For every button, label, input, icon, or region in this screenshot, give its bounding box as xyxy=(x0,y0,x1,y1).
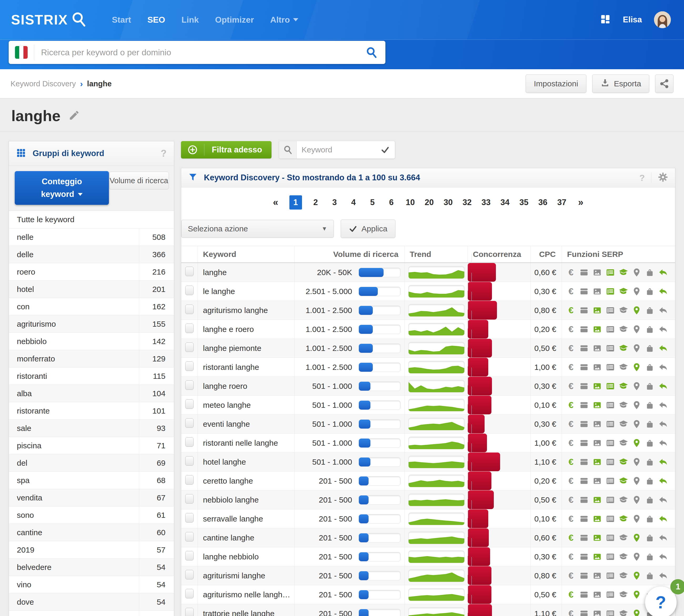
page-20[interactable]: 20 xyxy=(424,195,435,210)
row-checkbox[interactable] xyxy=(185,608,193,616)
sidebar-item-treno[interactable]: treno 53 xyxy=(9,611,174,616)
sidebar-item-dove[interactable]: dove 54 xyxy=(9,593,174,611)
keyword-cell[interactable]: agriturismo nelle langh… xyxy=(198,585,294,604)
row-checkbox[interactable] xyxy=(185,570,193,579)
page-4[interactable]: 4 xyxy=(348,195,359,210)
row-checkbox[interactable] xyxy=(185,324,193,333)
page-6[interactable]: 6 xyxy=(386,195,397,210)
check-icon[interactable] xyxy=(381,145,390,154)
keyword-cell[interactable]: agriturismo langhe xyxy=(198,301,294,320)
col-concorrenza[interactable]: Concorrenza xyxy=(468,246,530,263)
tab-volume-di-ricerca[interactable]: Volume di ricerca xyxy=(109,172,169,190)
share-button[interactable] xyxy=(655,74,674,93)
sidebar-item-spa[interactable]: spa 68 xyxy=(9,472,174,489)
row-checkbox[interactable] xyxy=(185,456,193,466)
keyword-cell[interactable]: ristoranti langhe xyxy=(198,358,294,377)
row-checkbox[interactable] xyxy=(185,343,193,352)
panel-help-icon[interactable]: ? xyxy=(161,148,166,159)
row-checkbox[interactable] xyxy=(185,380,193,390)
row-checkbox[interactable] xyxy=(185,437,193,447)
sidebar-item-del[interactable]: del 69 xyxy=(9,454,174,472)
col-funzioni-serp[interactable]: Funzioni SERP xyxy=(562,246,675,263)
keyword-cell[interactable]: meteo langhe xyxy=(198,396,294,415)
row-checkbox[interactable] xyxy=(185,305,193,314)
sidebar-item-monferrato[interactable]: monferrato 129 xyxy=(9,350,174,368)
col-volume[interactable]: Volume di ricerca xyxy=(294,246,404,263)
row-checkbox[interactable] xyxy=(185,551,193,560)
page-2[interactable]: 2 xyxy=(311,195,321,210)
page-32[interactable]: 32 xyxy=(462,195,473,210)
filter-now-button[interactable]: Filtra adesso xyxy=(181,141,272,158)
sidebar-item-delle[interactable]: delle 366 xyxy=(9,246,174,263)
keyword-cell[interactable]: langhe e roero xyxy=(198,320,294,339)
col-cpc[interactable]: CPC xyxy=(530,246,562,263)
col-trend[interactable]: Trend xyxy=(404,246,468,263)
breadcrumb-section[interactable]: Keyword Discovery xyxy=(10,80,76,88)
sidebar-item-piscina[interactable]: piscina 71 xyxy=(9,437,174,454)
row-checkbox[interactable] xyxy=(185,399,193,409)
sidebar-item-belvedere[interactable]: belvedere 54 xyxy=(9,558,174,576)
nav-item-altro[interactable]: Altro xyxy=(270,15,298,25)
sistrix-logo[interactable]: SISTRIX xyxy=(11,11,87,28)
sidebar-item-roero[interactable]: roero 216 xyxy=(9,263,174,281)
keyword-cell[interactable]: eventi langhe xyxy=(198,415,294,434)
apply-button[interactable]: Applica xyxy=(341,220,395,238)
action-select[interactable]: Seleziona azione ▼ xyxy=(181,220,334,238)
row-checkbox[interactable] xyxy=(185,494,193,504)
keyword-cell[interactable]: agriturismi langhe xyxy=(198,566,294,585)
keyword-filter-input[interactable] xyxy=(297,145,381,154)
gear-icon[interactable] xyxy=(658,172,668,183)
page-1[interactable]: 1 xyxy=(289,195,302,210)
sidebar-item-cantine[interactable]: cantine 60 xyxy=(9,524,174,541)
keyword-cell[interactable]: ristoranti nelle langhe xyxy=(198,434,294,453)
keyword-cell[interactable]: langhe nebbiolo xyxy=(198,547,294,566)
page-37[interactable]: 37 xyxy=(557,195,567,210)
row-checkbox[interactable] xyxy=(185,513,193,523)
keyword-cell[interactable]: langhe xyxy=(198,263,294,282)
sidebar-item-nelle[interactable]: nelle 508 xyxy=(9,228,174,246)
nav-item-link[interactable]: Link xyxy=(182,15,199,25)
sidebar-item-agriturismo[interactable]: agriturismo 155 xyxy=(9,315,174,333)
sidebar-item-con[interactable]: con 162 xyxy=(9,298,174,315)
keyword-cell[interactable]: ceretto langhe xyxy=(198,471,294,490)
page-34[interactable]: 34 xyxy=(500,195,510,210)
sidebar-item-sono[interactable]: sono 61 xyxy=(9,506,174,524)
page-30[interactable]: 30 xyxy=(443,195,454,210)
apps-grid-icon[interactable] xyxy=(600,14,611,26)
row-checkbox[interactable] xyxy=(185,418,193,428)
edit-pencil-icon[interactable] xyxy=(68,110,80,122)
sidebar-item-ristoranti[interactable]: ristoranti 115 xyxy=(9,368,174,385)
row-checkbox[interactable] xyxy=(185,361,193,371)
nav-item-start[interactable]: Start xyxy=(112,15,131,25)
user-name[interactable]: Elisa xyxy=(623,15,642,24)
export-button[interactable]: Esporta xyxy=(592,74,649,93)
nav-item-optimizer[interactable]: Optimizer xyxy=(215,15,254,25)
page-36[interactable]: 36 xyxy=(538,195,548,210)
page-3[interactable]: 3 xyxy=(329,195,340,210)
row-checkbox[interactable] xyxy=(185,286,193,295)
page-next-icon[interactable]: » xyxy=(576,195,586,210)
search-submit-icon[interactable] xyxy=(365,46,378,59)
keyword-cell[interactable]: trattorie nelle langhe xyxy=(198,604,294,616)
sidebar-item-vendita[interactable]: vendita 67 xyxy=(9,489,174,506)
keyword-cell[interactable]: serravalle langhe xyxy=(198,509,294,528)
avatar[interactable] xyxy=(654,11,671,28)
sidebar-item-vino[interactable]: vino 54 xyxy=(9,576,174,593)
page-33[interactable]: 33 xyxy=(481,195,492,210)
sidebar-item-sale[interactable]: sale 93 xyxy=(9,420,174,437)
keyword-cell[interactable]: cantine langhe xyxy=(198,528,294,547)
sidebar-item-ristorante[interactable]: ristorante 101 xyxy=(9,402,174,420)
tab-conteggio-keyword[interactable]: Conteggio keyword xyxy=(15,171,109,205)
sidebar-item-2019[interactable]: 2019 57 xyxy=(9,541,174,558)
keyword-cell[interactable]: hotel langhe xyxy=(198,453,294,471)
keyword-cell[interactable]: langhe piemonte xyxy=(198,339,294,358)
sidebar-item-alba[interactable]: alba 104 xyxy=(9,385,174,402)
settings-button[interactable]: Impostazioni xyxy=(526,74,586,93)
keyword-cell[interactable]: le langhe xyxy=(198,282,294,301)
col-keyword[interactable]: Keyword xyxy=(198,246,294,263)
keyword-cell[interactable]: langhe roero xyxy=(198,377,294,396)
page-35[interactable]: 35 xyxy=(519,195,529,210)
row-checkbox[interactable] xyxy=(185,532,193,542)
row-checkbox[interactable] xyxy=(185,475,193,485)
keyword-cell[interactable]: nebbiolo langhe xyxy=(198,490,294,509)
